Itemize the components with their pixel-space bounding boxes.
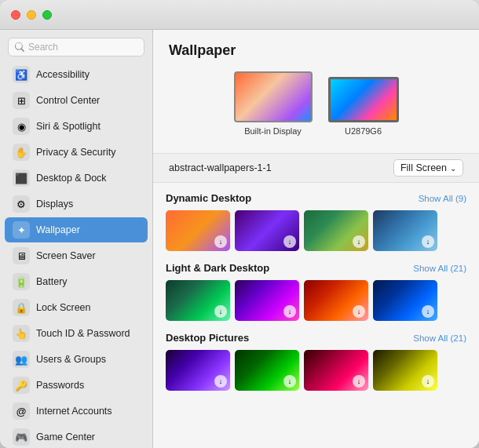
battery-icon: 🔋 xyxy=(13,273,30,290)
cloud-icon: ↓ xyxy=(422,235,434,248)
app-window: ♿Accessibility⊞Control Center◉Siri & Spo… xyxy=(0,0,479,448)
sidebar-item-screen-saver[interactable]: 🖥Screen Saver xyxy=(5,243,148,268)
wallpaper-name: abstract-wallpapers-1-1 xyxy=(169,162,272,173)
thumb-item-2-2[interactable]: ↓ xyxy=(304,350,368,391)
gallery-area: Dynamic DesktopShow All (9)↓↓↓↓Light & D… xyxy=(153,183,479,448)
sidebar-item-internet-accounts[interactable]: @Internet Accounts xyxy=(5,399,148,424)
thumb-item-1-1[interactable]: ↓ xyxy=(235,280,299,321)
thumb-grid-1: ↓↓↓↓ xyxy=(166,280,466,321)
thumb-item-0-2[interactable]: ↓ xyxy=(304,210,368,251)
lock-screen-icon: 🔒 xyxy=(13,299,30,316)
search-icon xyxy=(15,42,24,52)
users-groups-label: Users & Groups xyxy=(36,354,106,365)
fill-screen-select[interactable]: Fill Screen ⌄ xyxy=(393,159,463,177)
section-header-1: Light & Dark DesktopShow All (21) xyxy=(166,262,466,274)
cloud-icon: ↓ xyxy=(353,235,365,248)
internet-accounts-icon: @ xyxy=(13,402,30,420)
thumb-item-0-0[interactable]: ↓ xyxy=(166,210,230,251)
sidebar-item-siri-spotlight[interactable]: ◉Siri & Spotlight xyxy=(5,114,148,139)
content-area: ♿Accessibility⊞Control Center◉Siri & Spo… xyxy=(0,30,479,448)
users-groups-icon: 👥 xyxy=(13,351,30,368)
thumb-item-0-3[interactable]: ↓ xyxy=(373,210,437,251)
desktop-dock-icon: ⬛ xyxy=(13,169,30,187)
control-center-label: Control Center xyxy=(36,95,100,106)
thumb-item-1-0[interactable]: ↓ xyxy=(166,280,230,321)
external-display-thumb xyxy=(328,77,399,122)
section-title-0: Dynamic Desktop xyxy=(166,192,251,204)
builtin-display-label: Built-in Display xyxy=(244,126,302,136)
thumb-item-1-2[interactable]: ↓ xyxy=(304,280,368,321)
accessibility-label: Accessibility xyxy=(36,69,90,80)
show-all-2[interactable]: Show All (21) xyxy=(413,333,466,343)
sidebar-item-control-center[interactable]: ⊞Control Center xyxy=(5,88,148,113)
builtin-display-thumb xyxy=(234,71,313,122)
show-all-0[interactable]: Show All (9) xyxy=(419,194,466,203)
close-button[interactable] xyxy=(11,10,20,20)
gallery-section-0: Dynamic DesktopShow All (9)↓↓↓↓ xyxy=(166,192,466,251)
cloud-icon: ↓ xyxy=(214,305,227,318)
display-item-external[interactable]: U2879G6 xyxy=(328,77,399,136)
passwords-label: Passwords xyxy=(36,380,84,391)
sidebar-item-passwords[interactable]: 🔑Passwords xyxy=(5,373,148,398)
main-header: Wallpaper Built-in Display U2879G6 xyxy=(153,30,479,154)
fill-screen-label: Fill Screen xyxy=(400,162,447,173)
main-panel: Wallpaper Built-in Display U2879G6 abstr… xyxy=(153,30,479,448)
screen-saver-icon: 🖥 xyxy=(13,247,30,264)
titlebar xyxy=(0,0,479,30)
lock-screen-label: Lock Screen xyxy=(36,302,90,313)
thumb-grid-2: ↓↓↓↓ xyxy=(166,350,466,391)
cloud-icon: ↓ xyxy=(353,375,365,388)
accessibility-icon: ♿ xyxy=(13,66,30,83)
game-center-label: Game Center xyxy=(36,432,95,443)
external-display-label: U2879G6 xyxy=(345,126,382,136)
sidebar-item-lock-screen[interactable]: 🔒Lock Screen xyxy=(5,295,148,320)
cloud-icon: ↓ xyxy=(283,375,296,388)
siri-spotlight-label: Siri & Spotlight xyxy=(36,121,101,132)
search-box[interactable] xyxy=(8,38,144,56)
displays-icon: ⚙ xyxy=(13,195,30,213)
cloud-icon: ↓ xyxy=(283,305,296,318)
thumb-item-0-1[interactable]: ↓ xyxy=(235,210,299,251)
sidebar-item-touch-id[interactable]: 👆Touch ID & Password xyxy=(5,321,148,346)
touch-id-icon: 👆 xyxy=(13,325,30,342)
sidebar-item-game-center[interactable]: 🎮Game Center xyxy=(5,424,148,448)
sidebar-item-desktop-dock[interactable]: ⬛Desktop & Dock xyxy=(5,166,148,191)
maximize-button[interactable] xyxy=(42,10,52,20)
battery-label: Battery xyxy=(36,276,68,287)
thumb-item-2-1[interactable]: ↓ xyxy=(235,350,299,391)
display-item-builtin[interactable]: Built-in Display xyxy=(234,71,313,136)
thumb-item-2-3[interactable]: ↓ xyxy=(373,350,437,391)
wallpaper-icon: ✦ xyxy=(13,221,30,239)
cloud-icon: ↓ xyxy=(283,235,296,248)
sidebar-item-accessibility[interactable]: ♿Accessibility xyxy=(5,62,148,87)
internet-accounts-label: Internet Accounts xyxy=(36,406,112,417)
search-input[interactable] xyxy=(28,42,137,53)
minimize-button[interactable] xyxy=(27,10,36,20)
cloud-icon: ↓ xyxy=(422,305,434,318)
cloud-icon: ↓ xyxy=(214,235,227,248)
cloud-icon: ↓ xyxy=(214,375,227,388)
sidebar-item-battery[interactable]: 🔋Battery xyxy=(5,269,148,294)
sidebar-items-container: ♿Accessibility⊞Control Center◉Siri & Spo… xyxy=(0,61,152,448)
desktop-dock-label: Desktop & Dock xyxy=(36,173,107,184)
chevron-down-icon: ⌄ xyxy=(450,164,456,173)
wallpaper-label: Wallpaper xyxy=(36,224,80,235)
thumb-item-1-3[interactable]: ↓ xyxy=(373,280,437,321)
traffic-lights xyxy=(11,10,52,20)
section-header-0: Dynamic DesktopShow All (9) xyxy=(166,192,466,204)
game-center-icon: 🎮 xyxy=(13,428,30,446)
control-center-icon: ⊞ xyxy=(13,92,30,109)
show-all-1[interactable]: Show All (21) xyxy=(413,264,466,273)
passwords-icon: 🔑 xyxy=(13,377,30,394)
sidebar-item-displays[interactable]: ⚙Displays xyxy=(5,191,148,217)
thumb-item-2-0[interactable]: ↓ xyxy=(166,350,230,391)
gallery-section-1: Light & Dark DesktopShow All (21)↓↓↓↓ xyxy=(166,262,466,321)
gallery-section-2: Desktop PicturesShow All (21)↓↓↓↓ xyxy=(166,332,466,391)
sidebar-item-wallpaper[interactable]: ✦Wallpaper xyxy=(5,217,148,242)
privacy-security-icon: ✋ xyxy=(13,144,30,161)
cloud-icon: ↓ xyxy=(422,375,434,388)
sidebar-item-privacy-security[interactable]: ✋Privacy & Security xyxy=(5,140,148,165)
cloud-icon: ↓ xyxy=(353,305,365,318)
display-preview: Built-in Display U2879G6 xyxy=(169,59,463,145)
sidebar-item-users-groups[interactable]: 👥Users & Groups xyxy=(5,347,148,372)
